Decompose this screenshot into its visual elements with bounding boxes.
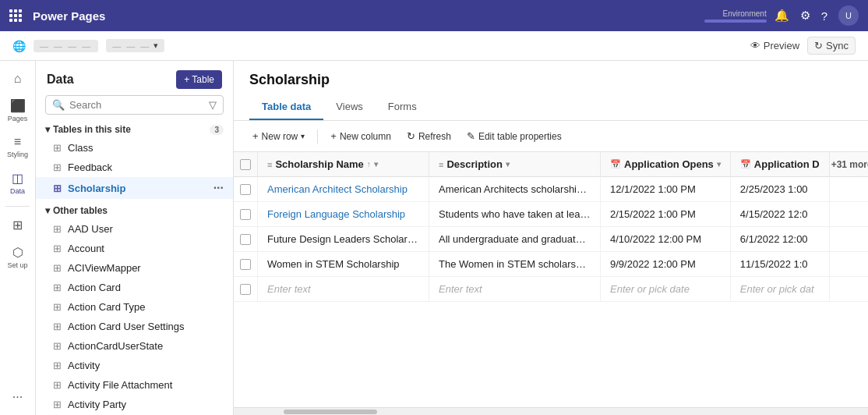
more-icon: ··· [12, 390, 23, 404]
sort-asc-icon: ↑ [367, 160, 371, 168]
table-item-label: Action Card User Settings [68, 321, 224, 332]
table-item-label: ACIViewMapper [68, 262, 224, 274]
scrollbar-thumb[interactable] [284, 410, 377, 414]
td-deadline: 4/15/2022 12:0 [730, 202, 829, 227]
table-item-label: Feedback [68, 161, 224, 173]
table-item-action-card[interactable]: ⊞ Action Card [36, 278, 233, 297]
table-grid-icon: ⊞ [53, 223, 62, 235]
th-application-opens[interactable]: 📅 Application Opens ▾ [601, 152, 731, 177]
tab-table-data[interactable]: Table data [249, 94, 323, 120]
main-content: Scholarship Table data Views Forms + New… [234, 61, 868, 415]
td-description: Students who have taken at least ... [429, 202, 601, 227]
scholarship-name-text: Women in STEM Scholarship [267, 258, 400, 270]
more-cols-btn[interactable]: +31 more [831, 159, 868, 170]
table-item-feedback[interactable]: ⊞ Feedback [36, 158, 233, 177]
td-checkbox [234, 227, 258, 252]
col-label: Description [446, 158, 503, 170]
th-more-cols[interactable]: +31 more ▾ + [829, 152, 868, 177]
row-checkbox[interactable] [240, 284, 251, 295]
chevron-down-icon: ▾ [153, 41, 158, 51]
data-label: Data [10, 187, 25, 195]
notifications-icon[interactable]: 🔔 [774, 9, 789, 23]
col-filter-icon[interactable]: ▾ [717, 160, 721, 168]
sidebar-item-setup[interactable]: ⬡ Set up [0, 240, 35, 274]
select-all-checkbox[interactable] [240, 159, 251, 170]
scholarship-name-link[interactable]: American Architect Scholarship [267, 183, 408, 195]
table-item-action-card-type[interactable]: ⊞ Action Card Type [36, 297, 233, 317]
new-column-button[interactable]: + New column [324, 127, 397, 145]
tab-forms[interactable]: Forms [376, 94, 429, 120]
table-item-activity-party[interactable]: ⊞ Activity Party [36, 395, 233, 414]
td-enter-text-desc[interactable]: Enter text [429, 277, 601, 302]
filter-icon[interactable]: ▽ [209, 99, 217, 111]
td-scholarship-name: Foreign Language Scholarship [258, 202, 429, 227]
sidebar-item-styling[interactable]: ≡ Styling [0, 130, 35, 163]
row-checkbox[interactable] [240, 234, 251, 245]
refresh-icon: ↻ [407, 130, 415, 142]
sidebar-item-data[interactable]: ◫ Data [0, 166, 35, 200]
page-title: Scholarship [249, 72, 852, 88]
styling-label: Styling [7, 151, 28, 158]
row-checkbox[interactable] [240, 209, 251, 220]
table-item-action-card-user-settings[interactable]: ⊞ Action Card User Settings [36, 317, 233, 336]
td-opens: 4/10/2022 12:00 PM [601, 227, 731, 252]
search-input[interactable] [69, 99, 204, 111]
refresh-button[interactable]: ↻ Refresh [400, 127, 457, 145]
table-item-account[interactable]: ⊞ Account [36, 239, 233, 258]
preview-label: Preview [764, 40, 799, 51]
table-item-aciviewmapper[interactable]: ⊞ ACIViewMapper [36, 258, 233, 278]
section-other-tables[interactable]: ▾ Other tables [36, 202, 233, 219]
th-application-deadline[interactable]: 📅 Application D [730, 152, 829, 177]
secondbar: 🌐 — — — — — — — ▾ 👁 Preview ↻ Sync [0, 31, 868, 61]
sidebar-item-home[interactable]: ⌂ [0, 67, 35, 90]
settings-icon[interactable]: ⚙ [800, 9, 810, 23]
scholarship-name-link[interactable]: Foreign Language Scholarship [267, 208, 405, 220]
tab-views[interactable]: Views [323, 94, 375, 120]
table-item-class[interactable]: ⊞ Class [36, 138, 233, 158]
table-empty-row: Enter text Enter text Enter or pick date… [234, 277, 868, 302]
app-grid-icon[interactable] [9, 9, 22, 22]
td-description: The Women in STEM scholarship i... [429, 252, 601, 277]
globe-icon[interactable]: 🌐 [12, 40, 26, 52]
table-grid-icon: ⊞ [53, 301, 62, 313]
row-checkbox[interactable] [240, 259, 251, 270]
preview-button[interactable]: 👁 Preview [750, 40, 799, 51]
edit-icon: ✎ [467, 130, 475, 142]
edit-table-button[interactable]: ✎ Edit table properties [460, 127, 568, 145]
table-item-scholarship[interactable]: ⊞ Scholarship ··· [36, 177, 233, 199]
page-pill[interactable]: — — — ▾ [106, 39, 164, 52]
col-filter-icon[interactable]: ▾ [374, 160, 378, 168]
sidebar-item-integrations[interactable]: ⊞ [0, 213, 35, 237]
table-item-activity[interactable]: ⊞ Activity [36, 356, 233, 375]
table-item-activity-file-attachment[interactable]: ⊞ Activity File Attachment [36, 375, 233, 395]
add-table-button[interactable]: + Table [176, 70, 222, 89]
horizontal-scrollbar[interactable] [234, 407, 868, 415]
th-scholarship-name[interactable]: ≡ Scholarship Name ↑ ▾ [258, 152, 429, 177]
section-this-site[interactable]: ▾ Tables in this site 3 [36, 121, 233, 138]
col-filter-icon[interactable]: ▾ [506, 160, 510, 168]
td-enter-date-opens[interactable]: Enter or pick date [601, 277, 731, 302]
plus-icon: + [252, 130, 259, 142]
table-item-actioncarduserstate[interactable]: ⊞ ActionCardUserState [36, 336, 233, 356]
table-row: Future Design Leaders Scholarship All un… [234, 227, 868, 252]
sync-button[interactable]: ↻ Sync [807, 37, 856, 55]
table-grid-icon: ⊞ [53, 262, 62, 274]
sidebar-item-more[interactable]: ··· [0, 385, 35, 409]
topbar-icons: 🔔 ⚙ ? U [774, 5, 859, 26]
row-checkbox[interactable] [240, 184, 251, 195]
new-row-button[interactable]: + New row ▾ [246, 127, 311, 145]
avatar[interactable]: U [838, 5, 859, 26]
table-item-aad-user[interactable]: ⊞ AAD User [36, 219, 233, 239]
site-pill[interactable]: — — — — [34, 40, 98, 52]
col-label: Application Opens [624, 158, 714, 170]
td-enter-text-name[interactable]: Enter text [258, 277, 429, 302]
home-icon: ⌂ [14, 72, 22, 86]
table-item-more-btn[interactable]: ··· [213, 181, 224, 195]
td-enter-date-deadline[interactable]: Enter or pick dat [730, 277, 829, 302]
td-opens: 2/15/2022 1:00 PM [601, 202, 731, 227]
th-description[interactable]: ≡ Description ▾ [429, 152, 601, 177]
help-icon[interactable]: ? [821, 9, 827, 23]
sidebar-item-pages[interactable]: ⬛ Pages [0, 94, 35, 127]
table-header-row: ≡ Scholarship Name ↑ ▾ ≡ Description ▾ [234, 152, 868, 177]
table-item-label: Activity Party [68, 399, 224, 410]
